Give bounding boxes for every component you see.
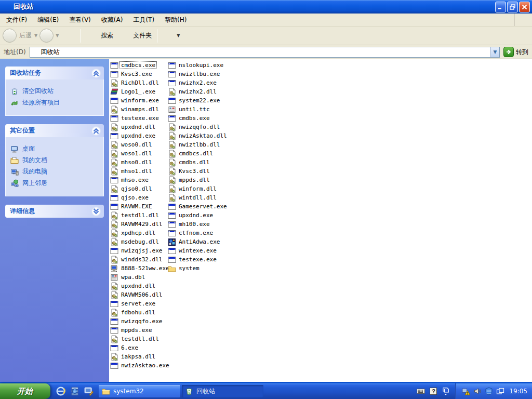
- file-item[interactable]: qjso.exe: [110, 193, 170, 202]
- tray-windows-icon[interactable]: [496, 387, 504, 395]
- file-item[interactable]: windds32.dll: [110, 255, 170, 264]
- file-item[interactable]: xpdhcp.dll: [110, 229, 170, 237]
- file-item[interactable]: upxdnd.exe: [110, 131, 170, 140]
- file-item[interactable]: wintdll.dll: [168, 193, 228, 202]
- file-item[interactable]: mhso.exe: [110, 176, 170, 184]
- start-button[interactable]: 开始: [0, 383, 50, 399]
- file-item[interactable]: woso1.dll: [110, 149, 170, 158]
- help-icon[interactable]: ?: [429, 387, 437, 395]
- back-button[interactable]: [3, 29, 17, 43]
- forward-button[interactable]: [39, 29, 54, 43]
- file-item[interactable]: servet.exe: [110, 299, 170, 308]
- file-item[interactable]: upxdnd.exe: [168, 211, 228, 220]
- chevron-down-icon[interactable]: [91, 207, 101, 216]
- address-input[interactable]: 回收站 ▼: [30, 47, 500, 58]
- forward-dropdown-icon[interactable]: ▼: [56, 33, 59, 38]
- file-item[interactable]: wintexe.exe: [168, 246, 228, 255]
- menu-item[interactable]: 帮助(H): [159, 14, 192, 26]
- file-item[interactable]: mhso0.dll: [110, 158, 170, 167]
- file-item[interactable]: nwiztlbb.dll: [168, 140, 228, 149]
- file-item[interactable]: RAVWM506.dll: [110, 290, 170, 299]
- restore-button[interactable]: [507, 2, 518, 12]
- chevron-up-icon[interactable]: [91, 69, 101, 78]
- go-button[interactable]: 转到: [503, 47, 528, 57]
- file-item[interactable]: nwizqqfo.dll: [168, 123, 228, 131]
- task-link[interactable]: 我的电脑: [10, 167, 101, 176]
- tray-shield-icon[interactable]: [485, 387, 493, 395]
- file-item[interactable]: system22.exe: [168, 96, 228, 105]
- file-item[interactable]: winform.exe: [110, 96, 170, 105]
- file-item[interactable]: RAVWM429.dll: [110, 220, 170, 229]
- search-button[interactable]: 搜索: [84, 30, 116, 42]
- file-item[interactable]: RAVWM.EXE: [110, 202, 170, 211]
- file-item[interactable]: nwizhx2.exe: [168, 78, 228, 87]
- file-item[interactable]: Logo1_.exe: [110, 87, 170, 96]
- tray-speaker-icon[interactable]: [473, 387, 482, 395]
- taskbar-button[interactable]: system32: [99, 385, 180, 397]
- file-item[interactable]: upxdnd.dll: [110, 282, 170, 290]
- file-item[interactable]: iakpsa.dll: [110, 352, 170, 361]
- tray-warning-icon[interactable]: [462, 387, 470, 395]
- menu-item[interactable]: 工具(T): [128, 14, 159, 26]
- file-item[interactable]: Kvsc3.exe: [110, 70, 170, 78]
- file-item[interactable]: testdll.dll: [110, 211, 170, 220]
- file-item[interactable]: nwizqjsj.exe: [110, 246, 170, 255]
- up-button[interactable]: [60, 30, 78, 42]
- task-link[interactable]: 清空回收站: [10, 87, 101, 96]
- back-dropdown-icon[interactable]: ▼: [34, 33, 37, 38]
- file-item[interactable]: winform.dll: [168, 184, 228, 193]
- menu-item[interactable]: 收藏(A): [96, 14, 128, 26]
- menu-item[interactable]: 查看(V): [64, 14, 96, 26]
- file-item[interactable]: nwizAsktao.dll: [168, 131, 228, 140]
- task-link[interactable]: 还原所有项目: [10, 98, 101, 107]
- file-item[interactable]: msdebug.dll: [110, 237, 170, 246]
- file-item[interactable]: Kvsc3.dll: [168, 167, 228, 176]
- task-link[interactable]: 桌面: [10, 144, 101, 153]
- langbar-options-icon[interactable]: [442, 387, 450, 395]
- file-item[interactable]: RichDll.dll: [110, 78, 170, 87]
- ie-icon[interactable]: [56, 386, 66, 396]
- menu-item[interactable]: 文件(F): [1, 14, 32, 26]
- file-item[interactable]: nslookupi.exe: [168, 61, 228, 70]
- file-item[interactable]: 6.exe: [110, 343, 170, 352]
- file-item[interactable]: testexe.exe: [168, 255, 228, 264]
- globe-stack-icon[interactable]: [70, 386, 80, 396]
- file-item[interactable]: mppds.exe: [110, 326, 170, 335]
- show-desktop-icon[interactable]: [84, 386, 94, 396]
- minimize-button[interactable]: [495, 2, 506, 12]
- file-item[interactable]: nwizqqfo.exe: [110, 317, 170, 326]
- file-item[interactable]: system: [168, 264, 228, 273]
- file-item[interactable]: mppds.dll: [168, 176, 228, 184]
- task-link[interactable]: 网上邻居: [10, 179, 101, 188]
- file-item[interactable]: 8888-521ww.exe: [110, 264, 170, 273]
- views-button[interactable]: ▼: [160, 31, 184, 41]
- keyboard-icon[interactable]: [417, 387, 425, 395]
- file-item[interactable]: ctfnom.exe: [168, 229, 228, 237]
- file-item[interactable]: cmdbs.dll: [168, 158, 228, 167]
- file-item[interactable]: fdbohu.dll: [110, 308, 170, 317]
- panel-header[interactable]: 回收站任务: [5, 66, 104, 79]
- file-item[interactable]: nwiztlbu.exe: [168, 70, 228, 78]
- file-item[interactable]: AntiAdwa.exe: [168, 237, 228, 246]
- file-item[interactable]: mh100.exe: [168, 220, 228, 229]
- file-item[interactable]: testexe.exe: [110, 114, 170, 123]
- file-item[interactable]: testdll.dll: [110, 335, 170, 343]
- folders-button[interactable]: 文件夹: [116, 30, 154, 42]
- file-item[interactable]: cmdbcs.dll: [168, 149, 228, 158]
- chevron-up-icon[interactable]: [91, 126, 101, 136]
- file-item[interactable]: woso0.dll: [110, 140, 170, 149]
- task-link[interactable]: 我的文档: [10, 156, 101, 165]
- panel-header[interactable]: 其它位置: [5, 124, 104, 137]
- file-item[interactable]: cmdbs.exe: [168, 114, 228, 123]
- file-item[interactable]: qjso0.dll: [110, 184, 170, 193]
- file-item[interactable]: winamps.dll: [110, 105, 170, 114]
- panel-header[interactable]: 详细信息: [5, 205, 104, 218]
- file-item[interactable]: cmdbcs.exe: [110, 61, 170, 70]
- file-item[interactable]: nwizAsktao.exe: [110, 361, 170, 370]
- file-item[interactable]: Gameservet.exe: [168, 202, 228, 211]
- file-item[interactable]: wpa.dbl: [110, 273, 170, 282]
- file-item[interactable]: until.ttc: [168, 105, 228, 114]
- file-item[interactable]: nwizhx2.dll: [168, 87, 228, 96]
- close-button[interactable]: [519, 2, 530, 12]
- file-item[interactable]: upxdnd.dll: [110, 123, 170, 131]
